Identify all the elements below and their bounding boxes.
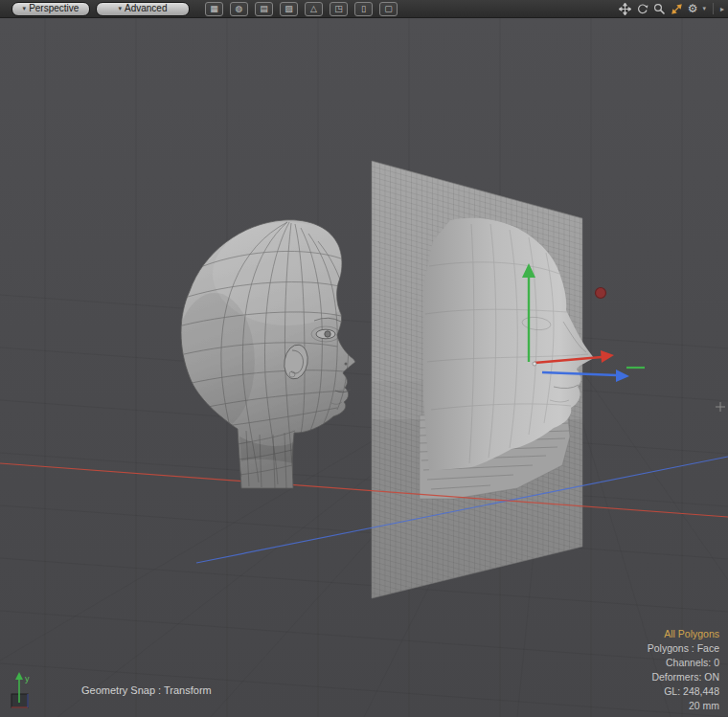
set-square-icon[interactable]: △ [305, 2, 323, 16]
document-icon[interactable]: ▢ [379, 2, 398, 16]
pan-icon[interactable] [619, 3, 631, 15]
monitor-icon[interactable]: ▦ [205, 2, 223, 16]
chevron-down-icon: ▾ [119, 3, 123, 14]
panel-collapse-icon[interactable]: ▸ [720, 5, 724, 13]
viewport-option-icons: ▦ ◍ ▤ ▨ △ ◳ ▯ ▢ [205, 2, 398, 16]
printer-icon[interactable]: ▤ [255, 2, 273, 16]
viewport-toolbar: ▾ Perspective ▾ Advanced ▦ ◍ ▤ ▨ △ ◳ ▯ ▢ [0, 0, 728, 18]
viewport-nav-icons: ⚙ ▾ ▸ [619, 0, 724, 17]
perspective-view-button[interactable]: ▾ Perspective [11, 2, 90, 16]
chevron-down-icon[interactable]: ▾ [702, 5, 706, 12]
selection-mode-text: Polygons : Face [648, 641, 719, 656]
perspective-view-label: Perspective [29, 3, 79, 14]
maximize-icon[interactable] [671, 3, 683, 15]
hatch-icon[interactable]: ▨ [280, 2, 298, 16]
gl-count-text: GL: 248,448 [648, 684, 719, 699]
deformers-text: Deformers: ON [648, 670, 719, 684]
viewport-scene: y [0, 17, 728, 717]
gizmo-origin[interactable] [533, 362, 536, 366]
selection-scope-text: All Polygons [648, 627, 719, 641]
zoom-icon[interactable] [653, 3, 666, 15]
axis-widget-y-label: y [25, 674, 30, 683]
shading-mode-label: Advanced [125, 3, 167, 14]
tablet-icon[interactable]: ▯ [354, 2, 373, 16]
shading-mode-button[interactable]: ▾ Advanced [96, 2, 190, 16]
toolbar-divider [713, 3, 714, 14]
action-center-dot[interactable] [596, 288, 606, 299]
viewport-info-panel: All Polygons Polygons : Face Channels: 0… [648, 627, 719, 713]
crop-corner-icon[interactable]: ◳ [330, 2, 348, 16]
gear-icon[interactable]: ⚙ [688, 2, 698, 15]
viewport-background [0, 17, 728, 717]
grid-size-text: 20 mm [648, 699, 719, 713]
globe-icon[interactable]: ◍ [230, 2, 248, 16]
orbit-icon[interactable] [636, 3, 648, 15]
snap-status-text: Geometry Snap : Transform [81, 684, 212, 696]
channels-text: Channels: 0 [648, 656, 719, 670]
3d-viewport[interactable]: y Geometry Snap : Transform All Polygons… [0, 17, 728, 717]
chevron-down-icon: ▾ [23, 3, 27, 14]
